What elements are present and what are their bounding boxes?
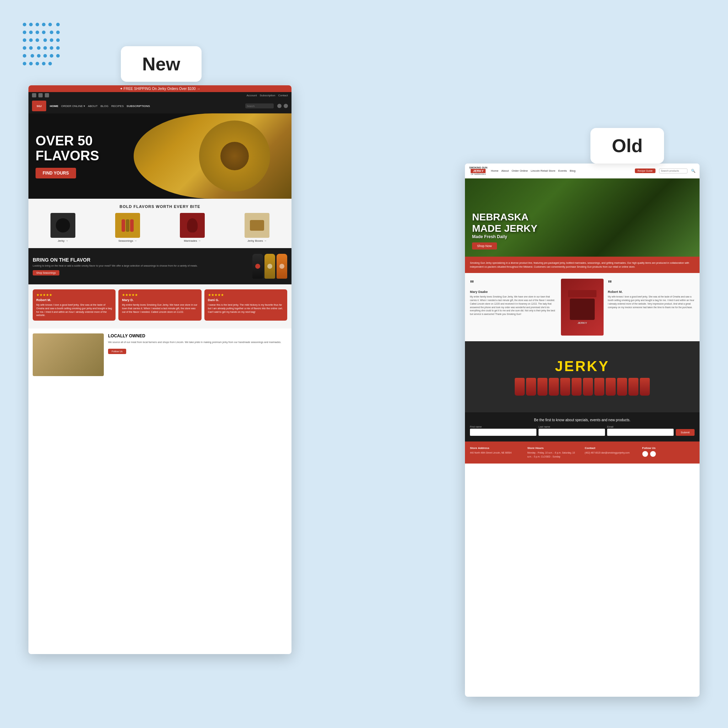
old-last-name-field: Last name [538, 425, 605, 436]
nav-home[interactable]: HOME [50, 104, 58, 108]
nav-recipes[interactable]: RECIPES [111, 104, 124, 108]
new-review-2-stars: ★★★★★ [122, 293, 198, 297]
new-hero-section: OVER 50 FLAVORS FIND YOURS [28, 113, 292, 199]
new-cart-icon[interactable] [284, 104, 288, 108]
new-local-text: We source all of our meat from local far… [108, 341, 281, 344]
new-follow-us-button[interactable]: Follow Us [108, 349, 126, 354]
new-local-content: LOCALLY OWNED We source all of our meat … [108, 333, 281, 354]
new-products-title: BOLD FLAVORS WORTH EVERY BITE [32, 204, 288, 209]
old-recipe-guide-button[interactable]: Recipe Guide [635, 168, 656, 173]
new-search-input[interactable] [245, 104, 274, 109]
new-products-section: BOLD FLAVORS WORTH EVERY BITE Jerky → Se… [28, 199, 292, 248]
new-product-boxes-image [245, 213, 269, 238]
old-site-logo[interactable]: SMOKING GUN JERKY OF NEBRASKA [469, 166, 487, 175]
new-review-1: ★★★★★ Robert M. My wife knows I love a g… [33, 289, 116, 321]
new-social-bar: Account Subscription Contact [28, 92, 292, 98]
new-header-links: Account Subscription Contact [246, 94, 288, 97]
contact-link[interactable]: Contact [278, 94, 288, 97]
new-review-3-text: I swear this is the best jerky. The mild… [208, 303, 284, 314]
old-jerky-rack [515, 378, 650, 396]
subscription-link[interactable]: Subscription [260, 94, 275, 97]
new-hero-product-image [199, 121, 270, 191]
account-link[interactable]: Account [246, 94, 257, 97]
old-jerky-bag-4 [549, 378, 559, 396]
new-products-grid: Jerky → Seasonings → Marinades → [32, 213, 288, 242]
nav-blog[interactable]: BLOG [101, 104, 109, 108]
new-site-logo[interactable]: SGJ [32, 101, 46, 111]
new-local-section: LOCALLY OWNED We source all of our meat … [28, 329, 292, 381]
new-product-marinades-label: Marinades → [184, 239, 201, 242]
old-quote-mark-1: " [470, 279, 557, 289]
old-jerky-bag-12 [640, 378, 650, 396]
old-footer-col-address: Store Address 440 North 48th Street Linc… [470, 447, 523, 459]
old-facebook-icon[interactable] [650, 451, 656, 457]
old-label: Old [590, 128, 664, 164]
new-product-marinades-image [180, 213, 205, 238]
old-testimonial-product-image: JERKY [561, 279, 604, 336]
facebook-icon [32, 93, 36, 97]
old-hero-title-line2: MADE JERKY [472, 223, 537, 234]
new-bottle-3 [277, 254, 287, 279]
old-footer-social-title: Follow Us [642, 447, 695, 450]
new-user-icon[interactable] [277, 104, 281, 108]
old-nav-events[interactable]: Events [558, 169, 567, 173]
old-testimonial-2-name: Robert M. [608, 290, 694, 294]
old-testimonial-2-text: My wife knows I love a good beef jerky. … [608, 295, 694, 309]
new-hero-cta-button[interactable]: FIND YOURS [35, 168, 76, 179]
old-footer-address-title: Store Address [470, 447, 523, 450]
old-last-name-label: Last name [538, 425, 605, 428]
old-last-name-input[interactable] [538, 429, 605, 436]
old-email-input[interactable] [607, 429, 674, 436]
old-nav-order[interactable]: Order Online [511, 169, 528, 173]
new-local-title: LOCALLY OWNED [108, 333, 281, 338]
new-product-boxes[interactable]: Jerky Boxes → [245, 213, 269, 242]
old-instagram-icon[interactable] [642, 451, 648, 457]
old-footer-contact-text: (402) 467-6015 dan@smokinggunjerky.com [585, 451, 637, 455]
new-main-nav: SGJ HOME ORDER ONLINE ▾ ABOUT BLOG RECIP… [28, 98, 292, 113]
new-reviews-grid: ★★★★★ Robert M. My wife knows I love a g… [33, 289, 287, 323]
new-seasonings-title: BRING ON THE FLAVOR [33, 257, 248, 263]
new-product-seasonings[interactable]: Seasonings → [115, 213, 140, 242]
new-product-marinades[interactable]: Marinades → [180, 213, 205, 242]
new-product-jerky[interactable]: Jerky → [50, 213, 75, 242]
new-product-boxes-label: Jerky Boxes → [248, 239, 267, 242]
new-site-mockup: ✦ FREE SHIPPING On Jerky Orders Over $10… [28, 85, 292, 654]
new-shop-seasonings-button[interactable]: Shop Seasonings [33, 270, 60, 275]
old-jerky-bag-9 [606, 378, 616, 396]
new-review-2-name: Mary D. [122, 298, 198, 302]
new-review-1-stars: ★★★★★ [36, 293, 112, 297]
new-label: New [121, 46, 202, 82]
old-jerky-bag-3 [537, 378, 548, 396]
old-email-field: Email [607, 425, 674, 436]
new-nav-items: HOME ORDER ONLINE ▾ ABOUT BLOG RECIPES S… [50, 104, 242, 108]
old-nav-retail[interactable]: Lincoln Retail Store [531, 169, 555, 173]
new-review-1-text: My wife knows I love a good beef jerky. … [36, 303, 112, 317]
new-review-2-text: My entire family loves Smoking Gun Jerky… [122, 303, 198, 314]
new-seasonings-content: BRING ON THE FLAVOR Looking to bring on … [33, 257, 248, 276]
old-nav-home[interactable]: Home [491, 169, 499, 173]
old-search-icon[interactable]: 🔍 [691, 169, 695, 173]
old-footer-col-contact: Contact (402) 467-6015 dan@smokinggunjer… [585, 447, 637, 459]
old-email-section: Be the first to know about specials, eve… [465, 412, 700, 442]
nav-order[interactable]: ORDER ONLINE ▾ [61, 104, 85, 108]
old-jerky-bag-1 [515, 378, 525, 396]
new-review-3-stars: ★★★★★ [208, 293, 284, 297]
old-submit-button[interactable]: Submit [676, 429, 694, 436]
old-nav-blog[interactable]: Blog [570, 169, 575, 173]
old-quote-mark-2: " [608, 279, 694, 289]
new-hero-content: OVER 50 FLAVORS FIND YOURS [28, 127, 106, 185]
old-jerky-bag-7 [583, 378, 593, 396]
old-first-name-field: First name [470, 425, 537, 436]
nav-about[interactable]: ABOUT [88, 104, 98, 108]
old-footer-col-social: Follow Us [642, 447, 695, 459]
old-search-input[interactable] [659, 168, 687, 173]
old-nav-about[interactable]: About [501, 169, 509, 173]
old-testimonial-1-name: Mary Daake [470, 290, 557, 294]
old-shop-now-button[interactable]: Shop Now [472, 242, 497, 249]
nav-subscriptions[interactable]: SUBSCRIPTIONS [127, 104, 150, 108]
old-jerky-display-title: JERKY [555, 358, 609, 374]
old-email-form: First name Last name Email Submit [470, 425, 694, 436]
old-email-label: Email [607, 425, 674, 428]
old-logo-sub: OF NEBRASKA [471, 173, 486, 175]
old-first-name-input[interactable] [470, 429, 537, 436]
